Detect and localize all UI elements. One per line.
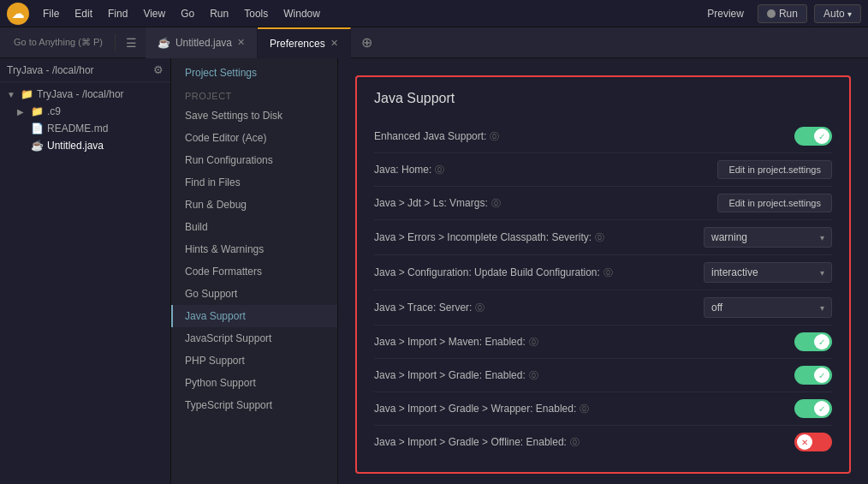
- java-update-build-dropdown[interactable]: interactive ▾: [704, 262, 832, 283]
- folder-icon: 📁: [21, 88, 33, 100]
- setting-java-maven: Java > Import > Maven: Enabled: ⓪ ✓: [374, 326, 832, 359]
- menu-file[interactable]: File: [36, 6, 66, 21]
- java-classpath-label: Java > Errors > Incomplete Classpath: Se…: [374, 231, 604, 244]
- setting-java-trace-server: Java > Trace: Server: ⓪ off ▾: [374, 290, 832, 326]
- tab-bar: Go to Anything (⌘ P) ☰ ☕ Untitled.java ✕…: [0, 27, 868, 58]
- menu-find[interactable]: Find: [101, 6, 134, 21]
- sidebar-gear-icon[interactable]: ⚙: [153, 63, 163, 76]
- menu-bar: ☁ File Edit Find View Go Run Tools Windo…: [0, 0, 868, 27]
- tree-root-label: TryJava - /local/hor: [37, 88, 124, 100]
- sidebar: TryJava - /local/hor ⚙ ▼ 📁 TryJava - /lo…: [0, 58, 171, 484]
- run-button[interactable]: Run: [758, 4, 807, 23]
- enhanced-java-help-icon[interactable]: ⓪: [490, 130, 499, 143]
- java-maven-label: Java > Import > Maven: Enabled: ⓪: [374, 336, 538, 349]
- tree-root[interactable]: ▼ 📁 TryJava - /local/hor: [0, 86, 170, 103]
- tree-readme[interactable]: ▶ 📄 README.md: [0, 120, 170, 137]
- nav-code-formatters[interactable]: Code Formatters: [171, 260, 337, 283]
- java-gradle-wrapper-label: Java > Import > Gradle > Wrapper: Enable…: [374, 403, 589, 415]
- java-jdt-help-icon[interactable]: ⓪: [491, 197, 501, 210]
- menu-go[interactable]: Go: [174, 6, 201, 21]
- java-gradle-wrapper-help-icon[interactable]: ⓪: [580, 403, 589, 415]
- sidebar-tree: ▼ 📁 TryJava - /local/hor ▶ 📁 .c9 ▶ 📄 REA…: [0, 82, 170, 484]
- tab-preferences-label: Preferences: [270, 38, 325, 50]
- sidebar-header: TryJava - /local/hor ⚙: [0, 58, 170, 82]
- tree-arrow-c9: ▶: [17, 107, 27, 117]
- enhanced-java-toggle[interactable]: ✓: [794, 127, 832, 146]
- setting-java-gradle-offline: Java > Import > Gradle > Offline: Enable…: [374, 426, 832, 458]
- nav-run-configs[interactable]: Run Configurations: [171, 149, 337, 171]
- java-update-build-label: Java > Configuration: Update Build Confi…: [374, 266, 613, 279]
- hamburger-icon[interactable]: ☰: [117, 36, 146, 50]
- setting-java-home: Java: Home: ⓪ Edit in project.settings: [374, 153, 832, 187]
- c9-folder-icon: 📁: [31, 105, 44, 117]
- java-tree-icon: ☕: [31, 140, 44, 152]
- java-jdt-edit-btn[interactable]: Edit in project.settings: [717, 194, 832, 212]
- setting-java-classpath-severity: Java > Errors > Incomplete Classpath: Se…: [374, 220, 832, 255]
- java-gradle-offline-label: Java > Import > Gradle > Offline: Enable…: [374, 436, 580, 449]
- tree-c9[interactable]: ▶ 📁 .c9: [0, 103, 170, 120]
- menu-run[interactable]: Run: [203, 6, 235, 21]
- java-gradle-label: Java > Import > Gradle: Enabled: ⓪: [374, 369, 538, 382]
- java-home-edit-btn[interactable]: Edit in project.settings: [717, 160, 832, 179]
- setting-java-jdt-vmargs: Java > Jdt > Ls: Vmargs: ⓪ Edit in proje…: [374, 187, 832, 220]
- tree-java-label: Untitled.java: [47, 140, 104, 152]
- tab-add-button[interactable]: ⊕: [351, 34, 383, 51]
- menu-tools[interactable]: Tools: [237, 6, 275, 21]
- java-file-icon: ☕: [158, 37, 170, 49]
- tree-readme-label: README.md: [47, 122, 108, 134]
- sidebar-title[interactable]: TryJava - /local/hor: [7, 64, 94, 76]
- nav-save-settings[interactable]: Save Settings to Disk: [171, 105, 337, 127]
- main-layout: TryJava - /local/hor ⚙ ▼ 📁 TryJava - /lo…: [0, 58, 868, 484]
- classpath-dropdown-arrow: ▾: [820, 233, 824, 242]
- java-gradle-toggle-knob: ✓: [814, 367, 829, 383]
- java-gradle-offline-help-icon[interactable]: ⓪: [570, 436, 580, 449]
- tab-untitled-close[interactable]: ✕: [237, 37, 245, 48]
- nav-java-support[interactable]: Java Support: [171, 305, 337, 327]
- setting-java-gradle: Java > Import > Gradle: Enabled: ⓪ ✓: [374, 359, 832, 392]
- nav-hints-warnings[interactable]: Hints & Warnings: [171, 238, 337, 260]
- nav-build[interactable]: Build: [171, 216, 337, 238]
- java-trace-dropdown[interactable]: off ▾: [704, 297, 832, 318]
- menu-view[interactable]: View: [136, 6, 172, 21]
- update-build-dropdown-arrow: ▾: [820, 268, 824, 278]
- java-maven-help-icon[interactable]: ⓪: [529, 336, 538, 349]
- java-classpath-help-icon[interactable]: ⓪: [595, 231, 604, 244]
- tab-bar-divider: [115, 34, 116, 51]
- java-gradle-help-icon[interactable]: ⓪: [529, 369, 538, 382]
- java-gradle-wrapper-toggle-knob: ✓: [814, 401, 829, 416]
- nav-javascript-support[interactable]: JavaScript Support: [171, 327, 337, 350]
- nav-typescript-support[interactable]: TypeScript Support: [171, 394, 337, 416]
- java-trace-help-icon[interactable]: ⓪: [475, 302, 485, 314]
- tab-untitled-label: Untitled.java: [175, 37, 232, 49]
- go-to-anything[interactable]: Go to Anything (⌘ P): [3, 33, 113, 51]
- auto-button[interactable]: Auto ▾: [814, 4, 861, 23]
- tree-untitled-java[interactable]: ▶ ☕ Untitled.java: [0, 137, 170, 154]
- menu-window[interactable]: Window: [276, 6, 327, 21]
- trace-dropdown-arrow: ▾: [820, 303, 824, 313]
- java-gradle-wrapper-toggle[interactable]: ✓: [794, 399, 832, 418]
- tab-preferences-close[interactable]: ✕: [330, 38, 338, 49]
- tab-untitled-java[interactable]: ☕ Untitled.java ✕: [146, 27, 258, 58]
- java-gradle-offline-toggle[interactable]: ✕: [794, 433, 832, 451]
- java-classpath-dropdown[interactable]: warning ▾: [704, 227, 832, 248]
- java-gradle-toggle[interactable]: ✓: [794, 366, 832, 385]
- java-update-build-help-icon[interactable]: ⓪: [603, 266, 613, 279]
- app-logo[interactable]: ☁: [7, 3, 29, 25]
- tab-preferences[interactable]: Preferences ✕: [258, 27, 351, 58]
- java-maven-toggle[interactable]: ✓: [794, 332, 832, 351]
- nav-find-in-files[interactable]: Find in Files: [171, 171, 337, 194]
- nav-run-debug[interactable]: Run & Debug: [171, 194, 337, 216]
- nav-code-editor[interactable]: Code Editor (Ace): [171, 127, 337, 149]
- run-dot: [767, 9, 776, 18]
- nav-go-support[interactable]: Go Support: [171, 283, 337, 305]
- auto-dropdown-arrow: ▾: [847, 9, 852, 19]
- enhanced-java-toggle-knob: ✓: [814, 128, 829, 144]
- preview-button[interactable]: Preview: [700, 6, 751, 21]
- nav-php-support[interactable]: PHP Support: [171, 350, 337, 372]
- java-home-help-icon[interactable]: ⓪: [435, 164, 444, 176]
- setting-java-gradle-wrapper: Java > Import > Gradle > Wrapper: Enable…: [374, 392, 832, 426]
- java-jdt-label: Java > Jdt > Ls: Vmargs: ⓪: [374, 197, 501, 210]
- menu-edit[interactable]: Edit: [68, 6, 99, 21]
- nav-python-support[interactable]: Python Support: [171, 372, 337, 394]
- nav-section-title: Project Settings: [171, 58, 337, 84]
